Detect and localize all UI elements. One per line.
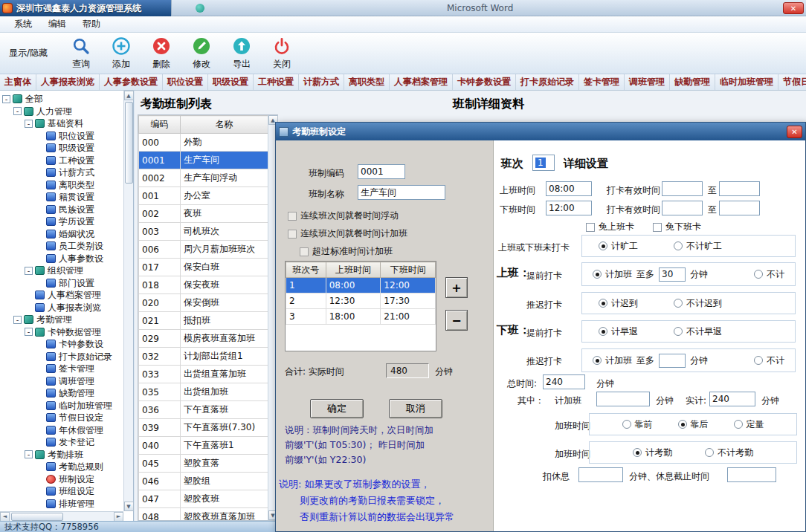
scroll-thumb[interactable]	[125, 102, 133, 184]
tab-12[interactable]: 调班管理	[625, 74, 670, 90]
column-header-code[interactable]: 编码	[139, 116, 181, 134]
radio-option[interactable]: 不计	[754, 268, 784, 281]
tree-collapse-icon[interactable]: -	[2, 95, 10, 103]
tab-7[interactable]: 离职类型	[344, 74, 390, 90]
actual-time-input[interactable]	[709, 392, 755, 406]
tree-item[interactable]: 部门设置	[0, 277, 123, 290]
dialog-close-icon[interactable]: ✕	[787, 126, 802, 138]
table-row[interactable]: 040下午直落班1	[139, 437, 268, 455]
ok-button[interactable]: 确定	[310, 399, 364, 418]
shift-name-input[interactable]	[358, 185, 445, 200]
add-shift-button[interactable]: +	[445, 277, 468, 298]
off-time-input[interactable]	[546, 201, 592, 215]
tree-item[interactable]: 签卡管理	[0, 363, 123, 375]
tree-item[interactable]: 人事参数设	[0, 253, 123, 265]
column-header-name[interactable]: 名称	[181, 116, 268, 134]
meal-time-overtime-checkbox[interactable]: 连续班次间就餐时间计加班	[288, 227, 407, 240]
tree-item[interactable]: 发卡登记	[0, 436, 123, 449]
table-row[interactable]: 033出货组直落加班	[139, 366, 268, 383]
tab-15[interactable]: 节假日设定	[778, 74, 806, 90]
tree-item[interactable]: 打卡原始记录	[0, 351, 123, 363]
tree-collapse-icon[interactable]: -	[13, 107, 22, 115]
table-row[interactable]: 021抵扣班	[139, 312, 268, 330]
table-row[interactable]: 039下午直落班(7.30)	[139, 419, 268, 437]
valid-on-from-input[interactable]	[662, 181, 703, 196]
rest-deadline-input[interactable]	[727, 467, 776, 482]
radio-option[interactable]: 不计	[754, 354, 784, 367]
tab-6[interactable]: 计薪方式	[299, 74, 344, 90]
tree-item[interactable]: 班组设定	[0, 485, 123, 498]
radio-option[interactable]: 不计考勤	[705, 447, 753, 459]
menu-item-2[interactable]: 帮助	[74, 16, 109, 32]
tree-item[interactable]: 考勤总规则	[0, 461, 123, 473]
tree-item[interactable]: 人事档案管理	[0, 289, 123, 302]
tree-item[interactable]: 籍贯设置	[0, 191, 123, 204]
tree-item[interactable]: -组织管理	[0, 265, 123, 277]
tree-item[interactable]: 缺勤管理	[0, 387, 123, 400]
tab-8[interactable]: 人事档案管理	[390, 74, 453, 90]
valid-on-to-input[interactable]	[719, 181, 760, 196]
show-hide-toggle[interactable]: 显示/隐藏	[9, 47, 48, 59]
table-row[interactable]: 047塑胶夜班	[139, 490, 268, 508]
radio-option[interactable]: 定量	[734, 418, 764, 431]
tree-item[interactable]: 婚姻状况	[0, 228, 123, 241]
sidebar-vertical-scrollbar[interactable]: ▲ ▼	[123, 91, 133, 511]
table-row[interactable]: 001办公室	[139, 187, 268, 205]
table-row[interactable]: 006周六月薪加班班次	[139, 241, 268, 259]
add-button[interactable]: 添加	[101, 36, 141, 71]
tree-item[interactable]: 学历设置	[0, 215, 123, 228]
tree-item[interactable]: -人力管理	[0, 106, 123, 118]
scroll-thumb[interactable]	[11, 513, 63, 521]
table-row[interactable]: 002夜班	[139, 205, 268, 223]
tree-item[interactable]: 卡钟参数设	[0, 338, 123, 351]
table-row[interactable]: 018保安夜班	[139, 276, 268, 294]
cancel-button[interactable]: 取消	[389, 399, 442, 418]
query-button[interactable]: 查询	[61, 36, 101, 71]
tree-item[interactable]: 班制设定	[0, 473, 123, 486]
tree-item[interactable]: 民族设置	[0, 204, 123, 216]
table-row[interactable]: 003司机班次	[139, 223, 268, 241]
tree-item[interactable]: -全部	[0, 93, 123, 106]
close-button[interactable]: 关闭	[262, 36, 302, 71]
table-row[interactable]: 017保安白班	[139, 259, 268, 276]
among-overtime-input[interactable]	[596, 392, 650, 406]
column-header-on-time[interactable]: 上班时间	[326, 262, 381, 278]
background-window-titlebar[interactable]: Microsoft Word ✕	[171, 0, 806, 16]
export-button[interactable]: 导出	[222, 36, 262, 71]
tree-item[interactable]: -基础资料	[0, 117, 123, 130]
radio-option[interactable]: 计早退	[599, 325, 638, 338]
tree-item[interactable]: 工种设置	[0, 155, 123, 167]
tab-5[interactable]: 工种设置	[254, 74, 299, 90]
radio-option[interactable]: 不计迟到	[674, 297, 722, 310]
table-row[interactable]: 0002生产车间浮动	[139, 169, 268, 187]
table-row[interactable]: 048塑胶夜班直落加班	[139, 508, 268, 522]
valid-off-to-input[interactable]	[719, 201, 760, 215]
tab-11[interactable]: 签卡管理	[579, 74, 625, 90]
tab-14[interactable]: 临时加班管理	[715, 74, 778, 90]
radio-option[interactable]: 计加班	[593, 354, 632, 367]
delete-button[interactable]: 删除	[141, 36, 181, 71]
shift-code-input[interactable]	[358, 164, 405, 179]
valid-off-from-input[interactable]	[662, 201, 703, 215]
shift-time-row[interactable]: 108:0012:00	[286, 278, 436, 293]
tab-1[interactable]: 人事报表浏览	[36, 74, 100, 90]
on-early-max-input[interactable]	[659, 267, 686, 282]
shift-time-row[interactable]: 212:3017:30	[286, 293, 436, 309]
off-late-max-input[interactable]	[659, 354, 686, 368]
tree-item[interactable]: 职级设置	[0, 142, 123, 155]
table-row[interactable]: 020保安倒班	[139, 294, 268, 312]
tab-2[interactable]: 人事参数设置	[100, 74, 163, 90]
background-close-icon[interactable]: ✕	[783, 2, 804, 14]
table-row[interactable]: 0001生产车间	[139, 152, 268, 169]
total-time-input[interactable]	[543, 374, 585, 389]
radio-option[interactable]: 计旷工	[599, 240, 638, 253]
tree-item[interactable]: 计薪方式	[0, 166, 123, 179]
tree-collapse-icon[interactable]: -	[13, 316, 22, 324]
dialog-titlebar[interactable]: 考勤班制设定 ✕	[276, 123, 805, 140]
column-header-shift-no[interactable]: 班次号	[286, 262, 326, 278]
tab-3[interactable]: 职位设置	[163, 74, 208, 90]
shift-time-row[interactable]: 318:0021:00	[286, 309, 436, 325]
tab-0[interactable]: 主窗体	[0, 74, 36, 90]
table-row[interactable]: 035出货组加班	[139, 383, 268, 401]
menu-item-0[interactable]: 系统	[6, 16, 40, 32]
